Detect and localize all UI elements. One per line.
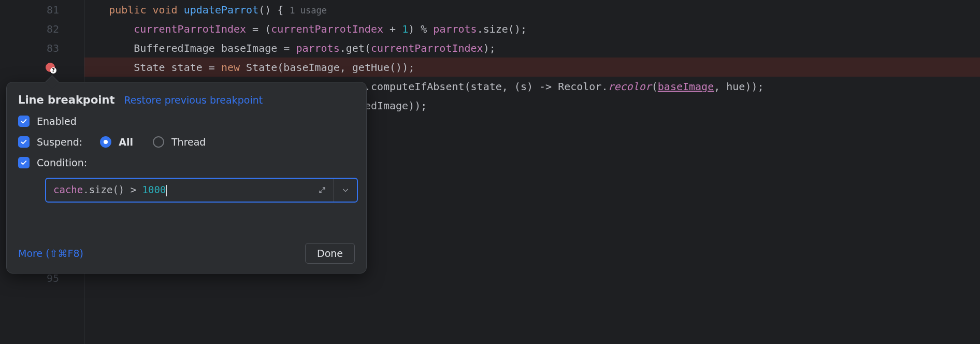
enabled-checkbox[interactable] bbox=[18, 116, 30, 127]
breakpoint-popup: Line breakpoint Restore previous breakpo… bbox=[6, 82, 367, 274]
line-number[interactable]: 95 bbox=[0, 272, 84, 284]
code-line: 81 public void updateParrot() {1 usage bbox=[0, 0, 980, 19]
suspend-all-label: All bbox=[119, 136, 133, 148]
check-icon bbox=[20, 159, 27, 166]
chevron-down-icon[interactable] bbox=[334, 179, 357, 202]
text-cursor bbox=[166, 185, 167, 196]
condition-row: Condition: bbox=[18, 157, 355, 168]
line-number[interactable]: 82 bbox=[0, 23, 84, 35]
suspend-checkbox[interactable] bbox=[18, 136, 30, 148]
code-line: 83 BufferedImage baseImage = parrots.get… bbox=[0, 38, 980, 58]
popup-header: Line breakpoint Restore previous breakpo… bbox=[18, 94, 355, 106]
line-number[interactable]: 83 bbox=[0, 42, 84, 54]
code-line: 82 currentParrotIndex = (currentParrotIn… bbox=[0, 19, 980, 38]
done-button[interactable]: Done bbox=[305, 243, 355, 264]
expand-icon[interactable] bbox=[311, 179, 334, 202]
more-link[interactable]: More (⇧⌘F8) bbox=[18, 248, 83, 259]
code-editor[interactable]: 81 public void updateParrot() {1 usage 8… bbox=[0, 0, 980, 344]
breakpoint-icon[interactable] bbox=[46, 63, 55, 72]
code-line-breakpoint: State state = new State(baseImage, getHu… bbox=[0, 58, 980, 77]
suspend-label: Suspend: bbox=[37, 136, 82, 148]
check-icon bbox=[20, 118, 27, 125]
line-number[interactable]: 81 bbox=[0, 4, 84, 16]
popup-title: Line breakpoint bbox=[18, 94, 115, 106]
condition-text[interactable]: cache.size() > 1000 bbox=[46, 184, 311, 196]
suspend-thread-radio[interactable] bbox=[153, 136, 164, 148]
check-icon bbox=[20, 138, 27, 146]
condition-input[interactable]: cache.size() > 1000 bbox=[45, 178, 358, 203]
condition-checkbox[interactable] bbox=[18, 157, 30, 168]
enabled-row: Enabled bbox=[18, 116, 355, 127]
suspend-row: Suspend: All Thread bbox=[18, 136, 355, 148]
condition-label: Condition: bbox=[37, 157, 87, 168]
enabled-label: Enabled bbox=[37, 116, 77, 127]
restore-breakpoint-link[interactable]: Restore previous breakpoint bbox=[124, 94, 263, 106]
usages-hint[interactable]: 1 usage bbox=[283, 5, 327, 16]
popup-footer: More (⇧⌘F8) Done bbox=[18, 243, 355, 264]
suspend-thread-label: Thread bbox=[171, 136, 206, 148]
suspend-all-radio[interactable] bbox=[100, 136, 111, 148]
